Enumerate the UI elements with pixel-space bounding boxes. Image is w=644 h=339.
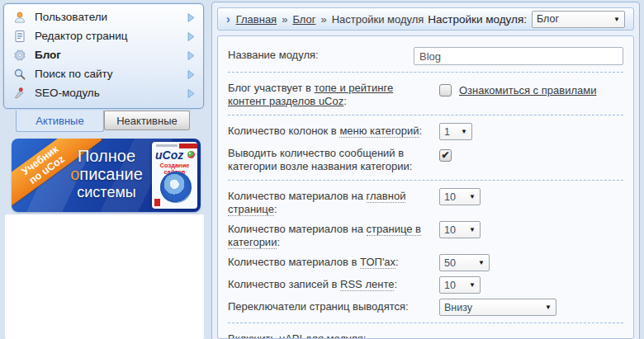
- breadcrumb: › Главная » Блог » Настройки модуля Наст…: [217, 7, 634, 31]
- chevron-right-icon: [187, 88, 196, 97]
- chevron-down-icon: ▼: [469, 193, 476, 200]
- tops-count-label: Количество материалов в ТОП'ах:: [228, 253, 426, 269]
- sidebar-item-site-search[interactable]: Поиск по сайту: [8, 64, 199, 83]
- rss-count-select[interactable]: 10 ▼: [439, 276, 481, 294]
- sidebar-item-blog[interactable]: Блог: [8, 45, 199, 64]
- water-swirl-art: [160, 172, 192, 203]
- tab-active-modules[interactable]: Активные: [16, 111, 104, 132]
- module-select-label: Настройки модуля:: [428, 13, 527, 26]
- top-rating-checkbox[interactable]: [439, 84, 452, 97]
- module-name-input[interactable]: [414, 47, 623, 65]
- settings-container: › Главная » Блог » Настройки модуля Наст…: [211, 2, 640, 339]
- user-icon: [12, 10, 28, 24]
- chevron-down-icon: ▼: [545, 304, 552, 311]
- tops-count-select[interactable]: 50 ▼: [439, 254, 490, 271]
- search-icon: [12, 67, 28, 81]
- gear-icon: [12, 48, 28, 62]
- sidebar-item-label: Поиск по сайту: [35, 68, 187, 80]
- chevron-icon: ›: [226, 12, 230, 26]
- chevron-down-icon: ▼: [461, 128, 467, 135]
- banner-title: Полное описание системы: [58, 147, 155, 201]
- uapi-block: Включить uAPI для модуля: Подробнее о то…: [228, 330, 439, 339]
- module-menu: Пользователи Редактор страниц: [3, 3, 204, 109]
- ucoz-handbook-banner[interactable]: Учебник по uCoz Полное описание системы …: [12, 139, 201, 212]
- chevron-right-icon: [187, 50, 196, 59]
- module-select[interactable]: Блог ▼: [532, 11, 625, 28]
- module-settings-form: Название модуля: Блог участвует в топе и…: [217, 35, 634, 339]
- ucoz-admin-panel: Пользователи Редактор страниц: [0, 0, 644, 339]
- page-icon: [12, 29, 28, 43]
- sidebar-item-seo-module[interactable]: SEO-модуль: [8, 83, 199, 102]
- show-count-checkbox[interactable]: [439, 149, 452, 162]
- category-page-count-label: Количество материалов на странице в кате…: [228, 220, 426, 249]
- chevron-right-icon: [187, 31, 196, 40]
- sidebar-item-label: Пользователи: [35, 11, 187, 23]
- book-cover-image: uCoz Создание сайтов: [152, 142, 197, 209]
- main-page-count-label: Количество материалов на главной страниц…: [228, 187, 426, 216]
- chevron-down-icon: ▼: [478, 259, 485, 266]
- breadcrumb-current: Настройки модуля: [332, 13, 424, 26]
- module-name-label: Название модуля:: [228, 46, 400, 62]
- category-columns-label: Количество колонок в меню категорий:: [228, 122, 426, 138]
- breadcrumb-home-link[interactable]: Главная: [236, 13, 277, 26]
- chevron-down-icon: ▼: [613, 16, 620, 23]
- chevron-down-icon: ▼: [469, 281, 476, 289]
- rss-count-label: Количество записей в RSS ленте:: [228, 275, 426, 291]
- show-count-label: Выводить количество сообщений в категори…: [228, 144, 426, 173]
- chevron-right-icon: [187, 69, 196, 78]
- sidebar-item-page-editor[interactable]: Редактор страниц: [8, 26, 199, 45]
- sidebar-item-label: Редактор страниц: [35, 30, 187, 42]
- breadcrumb-blog-link[interactable]: Блог: [292, 13, 315, 26]
- main-page-count-select[interactable]: 10 ▼: [439, 188, 481, 205]
- sidebar-item-label: SEO-модуль: [35, 87, 187, 99]
- read-rules-link[interactable]: Ознакомиться с правилами: [459, 84, 596, 97]
- category-page-count-select[interactable]: 10 ▼: [439, 221, 481, 238]
- pager-position-select[interactable]: Внизу ▼: [439, 299, 556, 316]
- left-empty-panel: [5, 214, 204, 339]
- category-columns-select[interactable]: 1 ▼: [439, 123, 472, 140]
- uapi-label: Включить uAPI для модуля:: [228, 332, 439, 339]
- top-rating-label: Блог участвует в топе и рейтинге контент…: [228, 79, 426, 108]
- tab-inactive-modules[interactable]: Неактивные: [104, 111, 190, 130]
- sidebar-item-users[interactable]: Пользователи: [8, 7, 199, 26]
- sidebar-item-label: Блог: [35, 49, 187, 61]
- cd-icon: [187, 151, 195, 158]
- rocket-icon: [12, 86, 28, 100]
- chevron-right-icon: [187, 12, 196, 21]
- chevron-down-icon: ▼: [469, 226, 476, 233]
- pager-position-label: Переключатели страниц выводятся:: [228, 298, 426, 313]
- module-tabs: Активные Неактивные: [0, 111, 208, 133]
